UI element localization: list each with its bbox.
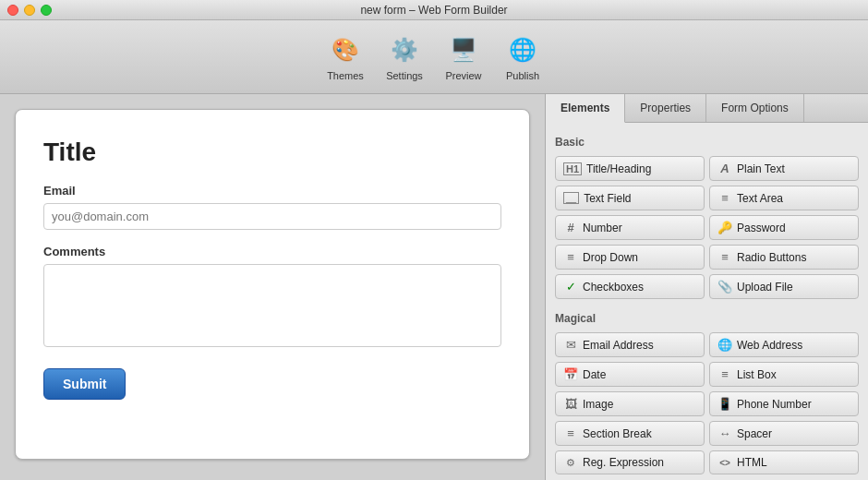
element-html[interactable]: <> HTML (709, 450, 859, 474)
upload-file-icon: 📎 (717, 280, 732, 294)
titlebar: new form – Web Form Builder (0, 0, 868, 20)
element-date[interactable]: 📅 Date (555, 362, 705, 387)
element-email-address-label: Email Address (583, 339, 654, 352)
element-drop-down-label: Drop Down (583, 251, 638, 264)
preview-label: Preview (445, 70, 481, 81)
password-icon: 🔑 (717, 221, 732, 234)
element-list-box-label: List Box (737, 368, 777, 381)
element-title-heading-label: Title/Heading (586, 162, 651, 175)
toolbar-btn-publish[interactable]: 🌐 Publish (495, 28, 550, 87)
element-text-field[interactable]: __ Text Field (555, 186, 705, 210)
element-email-address[interactable]: ✉ Email Address (555, 332, 705, 357)
element-section-break[interactable]: ≡ Section Break (555, 421, 705, 446)
tab-form-options[interactable]: Form Options (706, 94, 804, 122)
form-title: Title (43, 138, 501, 167)
settings-label: Settings (386, 70, 423, 81)
element-password[interactable]: 🔑 Password (709, 215, 859, 240)
image-icon: 🖼 (563, 397, 578, 411)
themes-icon: 🎨 (329, 33, 362, 66)
element-phone-number[interactable]: 📱 Phone Number (709, 391, 859, 416)
element-drop-down[interactable]: ≡ Drop Down (555, 245, 705, 270)
comments-label: Comments (43, 245, 501, 258)
element-spacer[interactable]: ↔ Spacer (709, 421, 859, 446)
publish-icon: 🌐 (506, 33, 539, 66)
element-plain-text-label: Plain Text (737, 162, 785, 175)
spacer-icon: ↔ (717, 426, 732, 440)
main-layout: Title Email Comments Submit Elements Pro… (0, 94, 868, 480)
elements-panel: Basic H1 Title/Heading A Plain Text __ T… (546, 123, 868, 480)
publish-label: Publish (506, 70, 539, 81)
window-title: new form – Web Form Builder (360, 4, 507, 17)
reg-expression-icon: ⚙ (563, 457, 578, 469)
element-reg-expression-label: Reg. Expression (583, 456, 664, 469)
element-html-label: HTML (737, 456, 767, 469)
close-button[interactable] (7, 5, 18, 16)
preview-icon: 🖥️ (447, 33, 480, 66)
list-box-icon: ≡ (717, 367, 732, 381)
element-text-area-label: Text Area (737, 192, 783, 205)
element-number[interactable]: # Number (555, 215, 705, 240)
magical-elements-grid: ✉ Email Address 🌐 Web Address 📅 Date ≡ L… (555, 332, 859, 474)
html-icon: <> (717, 458, 732, 468)
element-image[interactable]: 🖼 Image (555, 391, 705, 416)
drop-down-icon: ≡ (563, 250, 578, 264)
element-text-field-label: Text Field (584, 192, 631, 205)
date-icon: 📅 (563, 367, 578, 381)
element-text-area[interactable]: ≡ Text Area (709, 186, 859, 210)
radio-buttons-icon: ≡ (717, 250, 732, 264)
element-plain-text[interactable]: A Plain Text (709, 156, 859, 181)
element-title-heading[interactable]: H1 Title/Heading (555, 156, 705, 181)
email-label: Email (43, 184, 501, 198)
element-image-label: Image (583, 398, 613, 411)
minimize-button[interactable] (24, 5, 35, 16)
number-icon: # (563, 221, 578, 234)
element-password-label: Password (737, 222, 786, 234)
settings-icon: ⚙️ (388, 33, 421, 66)
toolbar-btn-preview[interactable]: 🖥️ Preview (436, 28, 491, 87)
element-radio-buttons-label: Radio Buttons (737, 251, 806, 264)
comments-textarea[interactable] (43, 264, 501, 347)
tab-properties[interactable]: Properties (625, 94, 706, 122)
toolbar-btn-themes[interactable]: 🎨 Themes (318, 28, 373, 87)
element-spacer-label: Spacer (737, 427, 772, 440)
checkboxes-icon: ✓ (563, 280, 578, 294)
element-list-box[interactable]: ≡ List Box (709, 362, 859, 387)
tabs: Elements Properties Form Options (546, 94, 868, 123)
element-section-break-label: Section Break (583, 427, 652, 440)
element-checkboxes-label: Checkboxes (583, 281, 644, 294)
form-area: Title Email Comments Submit (0, 94, 545, 480)
toolbar: 🎨 Themes ⚙️ Settings 🖥️ Preview 🌐 Publis… (0, 20, 868, 94)
element-phone-number-label: Phone Number (737, 398, 812, 411)
web-address-icon: 🌐 (717, 338, 732, 352)
form-canvas: Title Email Comments Submit (15, 109, 530, 460)
email-input[interactable] (43, 203, 501, 230)
toolbar-btn-settings[interactable]: ⚙️ Settings (377, 28, 432, 87)
plain-text-icon: A (717, 162, 732, 175)
element-web-address-label: Web Address (737, 339, 802, 352)
submit-button[interactable]: Submit (43, 368, 126, 400)
element-web-address[interactable]: 🌐 Web Address (709, 332, 859, 357)
tab-elements[interactable]: Elements (546, 94, 625, 123)
email-address-icon: ✉ (563, 338, 578, 352)
magical-section-label: Magical (555, 312, 859, 325)
section-break-icon: ≡ (563, 426, 578, 440)
text-area-icon: ≡ (717, 191, 732, 205)
element-upload-file[interactable]: 📎 Upload File (709, 274, 859, 299)
basic-section-label: Basic (555, 136, 859, 149)
phone-number-icon: 📱 (717, 397, 732, 411)
element-reg-expression[interactable]: ⚙ Reg. Expression (555, 450, 705, 474)
element-number-label: Number (583, 222, 622, 234)
maximize-button[interactable] (41, 5, 52, 16)
element-checkboxes[interactable]: ✓ Checkboxes (555, 274, 705, 299)
element-radio-buttons[interactable]: ≡ Radio Buttons (709, 245, 859, 270)
element-upload-file-label: Upload File (737, 281, 793, 294)
right-panel: Elements Properties Form Options Basic H… (545, 94, 868, 480)
traffic-lights (7, 5, 52, 16)
text-field-icon: __ (563, 192, 579, 204)
element-date-label: Date (583, 368, 606, 381)
basic-elements-grid: H1 Title/Heading A Plain Text __ Text Fi… (555, 156, 859, 299)
themes-label: Themes (327, 70, 364, 81)
title-heading-icon: H1 (563, 162, 582, 175)
